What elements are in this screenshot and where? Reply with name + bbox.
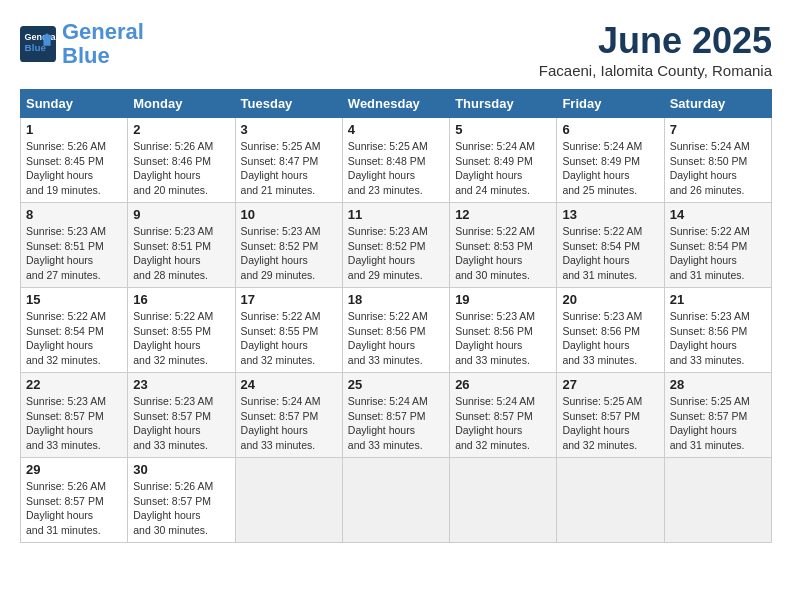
day-number: 22 — [26, 377, 122, 392]
day-info: Sunrise: 5:23 AMSunset: 8:56 PMDaylight … — [562, 310, 642, 366]
day-info: Sunrise: 5:23 AMSunset: 8:51 PMDaylight … — [26, 225, 106, 281]
calendar-cell: 7 Sunrise: 5:24 AMSunset: 8:50 PMDayligh… — [664, 118, 771, 203]
weekday-header-friday: Friday — [557, 90, 664, 118]
month-title: June 2025 — [539, 20, 772, 62]
calendar-cell: 8 Sunrise: 5:23 AMSunset: 8:51 PMDayligh… — [21, 203, 128, 288]
day-number: 25 — [348, 377, 444, 392]
day-info: Sunrise: 5:22 AMSunset: 8:56 PMDaylight … — [348, 310, 428, 366]
day-info: Sunrise: 5:25 AMSunset: 8:57 PMDaylight … — [562, 395, 642, 451]
calendar-week-2: 8 Sunrise: 5:23 AMSunset: 8:51 PMDayligh… — [21, 203, 772, 288]
day-number: 23 — [133, 377, 229, 392]
day-info: Sunrise: 5:23 AMSunset: 8:51 PMDaylight … — [133, 225, 213, 281]
weekday-header-thursday: Thursday — [450, 90, 557, 118]
calendar-cell: 6 Sunrise: 5:24 AMSunset: 8:49 PMDayligh… — [557, 118, 664, 203]
logo: General Blue GeneralBlue — [20, 20, 144, 68]
day-info: Sunrise: 5:22 AMSunset: 8:54 PMDaylight … — [670, 225, 750, 281]
calendar-table: SundayMondayTuesdayWednesdayThursdayFrid… — [20, 89, 772, 543]
day-info: Sunrise: 5:23 AMSunset: 8:57 PMDaylight … — [26, 395, 106, 451]
calendar-cell: 23 Sunrise: 5:23 AMSunset: 8:57 PMDaylig… — [128, 373, 235, 458]
calendar-body: 1 Sunrise: 5:26 AMSunset: 8:45 PMDayligh… — [21, 118, 772, 543]
calendar-cell: 13 Sunrise: 5:22 AMSunset: 8:54 PMDaylig… — [557, 203, 664, 288]
day-number: 12 — [455, 207, 551, 222]
day-info: Sunrise: 5:22 AMSunset: 8:53 PMDaylight … — [455, 225, 535, 281]
day-info: Sunrise: 5:23 AMSunset: 8:56 PMDaylight … — [455, 310, 535, 366]
weekday-header-row: SundayMondayTuesdayWednesdayThursdayFrid… — [21, 90, 772, 118]
day-number: 13 — [562, 207, 658, 222]
day-info: Sunrise: 5:24 AMSunset: 8:49 PMDaylight … — [562, 140, 642, 196]
day-number: 7 — [670, 122, 766, 137]
calendar-cell: 28 Sunrise: 5:25 AMSunset: 8:57 PMDaylig… — [664, 373, 771, 458]
day-number: 16 — [133, 292, 229, 307]
day-number: 19 — [455, 292, 551, 307]
day-info: Sunrise: 5:24 AMSunset: 8:57 PMDaylight … — [241, 395, 321, 451]
day-number: 3 — [241, 122, 337, 137]
weekday-header-sunday: Sunday — [21, 90, 128, 118]
day-info: Sunrise: 5:26 AMSunset: 8:57 PMDaylight … — [26, 480, 106, 536]
calendar-cell: 19 Sunrise: 5:23 AMSunset: 8:56 PMDaylig… — [450, 288, 557, 373]
calendar-cell: 26 Sunrise: 5:24 AMSunset: 8:57 PMDaylig… — [450, 373, 557, 458]
calendar-week-1: 1 Sunrise: 5:26 AMSunset: 8:45 PMDayligh… — [21, 118, 772, 203]
weekday-header-tuesday: Tuesday — [235, 90, 342, 118]
calendar-cell: 27 Sunrise: 5:25 AMSunset: 8:57 PMDaylig… — [557, 373, 664, 458]
calendar-cell: 18 Sunrise: 5:22 AMSunset: 8:56 PMDaylig… — [342, 288, 449, 373]
day-info: Sunrise: 5:26 AMSunset: 8:57 PMDaylight … — [133, 480, 213, 536]
logo-icon: General Blue — [20, 26, 56, 62]
calendar-cell: 30 Sunrise: 5:26 AMSunset: 8:57 PMDaylig… — [128, 458, 235, 543]
location-title: Facaeni, Ialomita County, Romania — [539, 62, 772, 79]
day-info: Sunrise: 5:23 AMSunset: 8:52 PMDaylight … — [241, 225, 321, 281]
day-info: Sunrise: 5:26 AMSunset: 8:45 PMDaylight … — [26, 140, 106, 196]
day-info: Sunrise: 5:24 AMSunset: 8:49 PMDaylight … — [455, 140, 535, 196]
calendar-cell: 2 Sunrise: 5:26 AMSunset: 8:46 PMDayligh… — [128, 118, 235, 203]
calendar-cell — [664, 458, 771, 543]
day-info: Sunrise: 5:22 AMSunset: 8:54 PMDaylight … — [562, 225, 642, 281]
title-area: June 2025 Facaeni, Ialomita County, Roma… — [539, 20, 772, 79]
calendar-cell — [342, 458, 449, 543]
calendar-cell: 29 Sunrise: 5:26 AMSunset: 8:57 PMDaylig… — [21, 458, 128, 543]
calendar-cell: 14 Sunrise: 5:22 AMSunset: 8:54 PMDaylig… — [664, 203, 771, 288]
weekday-header-monday: Monday — [128, 90, 235, 118]
day-info: Sunrise: 5:25 AMSunset: 8:57 PMDaylight … — [670, 395, 750, 451]
day-number: 24 — [241, 377, 337, 392]
day-info: Sunrise: 5:24 AMSunset: 8:50 PMDaylight … — [670, 140, 750, 196]
calendar-cell: 9 Sunrise: 5:23 AMSunset: 8:51 PMDayligh… — [128, 203, 235, 288]
calendar-cell: 24 Sunrise: 5:24 AMSunset: 8:57 PMDaylig… — [235, 373, 342, 458]
day-number: 14 — [670, 207, 766, 222]
day-info: Sunrise: 5:23 AMSunset: 8:57 PMDaylight … — [133, 395, 213, 451]
calendar-week-5: 29 Sunrise: 5:26 AMSunset: 8:57 PMDaylig… — [21, 458, 772, 543]
day-info: Sunrise: 5:24 AMSunset: 8:57 PMDaylight … — [455, 395, 535, 451]
calendar-cell — [557, 458, 664, 543]
calendar-week-4: 22 Sunrise: 5:23 AMSunset: 8:57 PMDaylig… — [21, 373, 772, 458]
calendar-cell: 3 Sunrise: 5:25 AMSunset: 8:47 PMDayligh… — [235, 118, 342, 203]
day-number: 10 — [241, 207, 337, 222]
calendar-cell: 22 Sunrise: 5:23 AMSunset: 8:57 PMDaylig… — [21, 373, 128, 458]
day-number: 8 — [26, 207, 122, 222]
day-number: 21 — [670, 292, 766, 307]
weekday-header-saturday: Saturday — [664, 90, 771, 118]
day-info: Sunrise: 5:24 AMSunset: 8:57 PMDaylight … — [348, 395, 428, 451]
day-info: Sunrise: 5:22 AMSunset: 8:54 PMDaylight … — [26, 310, 106, 366]
weekday-header-wednesday: Wednesday — [342, 90, 449, 118]
calendar-cell: 15 Sunrise: 5:22 AMSunset: 8:54 PMDaylig… — [21, 288, 128, 373]
day-number: 5 — [455, 122, 551, 137]
calendar-cell: 10 Sunrise: 5:23 AMSunset: 8:52 PMDaylig… — [235, 203, 342, 288]
day-number: 29 — [26, 462, 122, 477]
day-number: 30 — [133, 462, 229, 477]
day-number: 18 — [348, 292, 444, 307]
day-number: 6 — [562, 122, 658, 137]
day-info: Sunrise: 5:22 AMSunset: 8:55 PMDaylight … — [241, 310, 321, 366]
day-number: 1 — [26, 122, 122, 137]
calendar-cell: 1 Sunrise: 5:26 AMSunset: 8:45 PMDayligh… — [21, 118, 128, 203]
day-number: 4 — [348, 122, 444, 137]
day-info: Sunrise: 5:23 AMSunset: 8:52 PMDaylight … — [348, 225, 428, 281]
calendar-cell: 12 Sunrise: 5:22 AMSunset: 8:53 PMDaylig… — [450, 203, 557, 288]
calendar-cell — [450, 458, 557, 543]
day-info: Sunrise: 5:25 AMSunset: 8:47 PMDaylight … — [241, 140, 321, 196]
calendar-cell: 5 Sunrise: 5:24 AMSunset: 8:49 PMDayligh… — [450, 118, 557, 203]
calendar-cell: 25 Sunrise: 5:24 AMSunset: 8:57 PMDaylig… — [342, 373, 449, 458]
day-number: 27 — [562, 377, 658, 392]
day-number: 15 — [26, 292, 122, 307]
calendar-cell: 4 Sunrise: 5:25 AMSunset: 8:48 PMDayligh… — [342, 118, 449, 203]
day-number: 17 — [241, 292, 337, 307]
day-info: Sunrise: 5:22 AMSunset: 8:55 PMDaylight … — [133, 310, 213, 366]
calendar-cell: 11 Sunrise: 5:23 AMSunset: 8:52 PMDaylig… — [342, 203, 449, 288]
